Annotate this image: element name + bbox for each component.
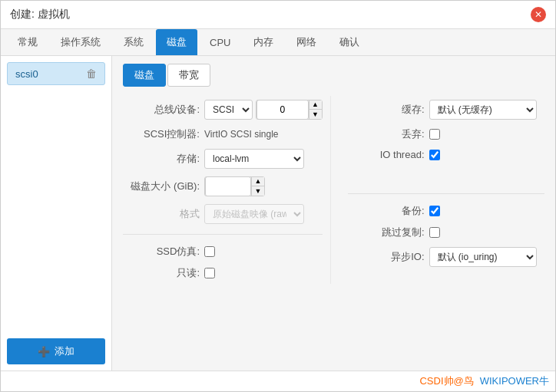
io-thread-checkbox[interactable] bbox=[429, 150, 440, 160]
scsi-ctrl-control: VirtIO SCSI single bbox=[204, 129, 323, 140]
form-container: 总线/设备: SCSI ▲ ▼ bbox=[123, 96, 544, 284]
tab-network[interactable]: 网络 bbox=[286, 29, 327, 55]
content-area: scsi0 🗑 ➕ 添加 磁盘 带宽 总线/设备: bbox=[1, 56, 555, 371]
device-input[interactable] bbox=[256, 100, 309, 120]
storage-select[interactable]: local-lvm bbox=[204, 149, 304, 169]
async-io-label: 异步IO: bbox=[348, 250, 425, 264]
io-thread-control bbox=[429, 150, 545, 160]
close-button[interactable]: ✕ bbox=[531, 7, 546, 22]
delete-scsi0-button[interactable]: 🗑 bbox=[86, 68, 97, 80]
tab-cpu[interactable]: CPU bbox=[199, 31, 241, 54]
sidebar-item-label: scsi0 bbox=[15, 68, 38, 80]
tab-memory[interactable]: 内存 bbox=[243, 29, 284, 55]
tab-bar: 常规 操作系统 系统 磁盘 CPU 内存 网络 确认 bbox=[1, 29, 555, 56]
sidebar-item-scsi0[interactable]: scsi0 🗑 bbox=[7, 62, 105, 85]
divider-right bbox=[348, 193, 545, 194]
async-io-row: 异步IO: 默认 (io_uring) bbox=[348, 243, 545, 271]
readonly-row: 只读: bbox=[123, 262, 323, 284]
disk-size-control: 32 ▲ ▼ bbox=[204, 176, 323, 196]
device-spinner-btns: ▲ ▼ bbox=[309, 100, 322, 119]
tab-disk[interactable]: 磁盘 bbox=[156, 29, 197, 55]
bus-device-row: 总线/设备: SCSI ▲ ▼ bbox=[123, 96, 323, 124]
io-thread-row: IO thread: bbox=[348, 145, 545, 164]
disk-size-row: 磁盘大小 (GiB): 32 ▲ ▼ bbox=[123, 173, 323, 200]
storage-control: local-lvm bbox=[204, 149, 323, 169]
skip-repl-control bbox=[429, 227, 545, 238]
storage-label: 存储: bbox=[123, 152, 200, 166]
disk-size-up-btn[interactable]: ▲ bbox=[252, 177, 264, 186]
main-panel: 磁盘 带宽 总线/设备: SCSI bbox=[112, 56, 555, 371]
right-column: 缓存: 默认 (无缓存) 丢弃: bbox=[337, 96, 545, 284]
footer-text2: WIKIPOWER牛 bbox=[480, 374, 549, 388]
sub-tab-bandwidth[interactable]: 带宽 bbox=[167, 64, 210, 87]
readonly-checkbox[interactable] bbox=[204, 268, 215, 278]
tab-confirm[interactable]: 确认 bbox=[329, 29, 370, 55]
skip-repl-checkbox[interactable] bbox=[429, 227, 440, 238]
ssd-label: SSD仿真: bbox=[123, 245, 200, 259]
bus-device-label: 总线/设备: bbox=[123, 103, 200, 117]
add-label: 添加 bbox=[55, 344, 74, 358]
cache-row: 缓存: 默认 (无缓存) bbox=[348, 96, 545, 124]
footer-bar: CSDI帅@鸟 WIKIPOWER牛 bbox=[1, 371, 555, 391]
cache-label: 缓存: bbox=[348, 103, 425, 117]
backup-control bbox=[429, 206, 545, 216]
skip-repl-label: 跳过复制: bbox=[348, 226, 425, 239]
main-window: 创建: 虚拟机 ✕ 常规 操作系统 系统 磁盘 CPU 内存 网络 确认 scs… bbox=[0, 0, 556, 392]
tab-os[interactable]: 操作系统 bbox=[50, 29, 111, 55]
discard-checkbox[interactable] bbox=[429, 129, 440, 140]
tab-general[interactable]: 常规 bbox=[7, 29, 48, 55]
left-column: 总线/设备: SCSI ▲ ▼ bbox=[123, 96, 331, 284]
sidebar: scsi0 🗑 ➕ 添加 bbox=[1, 56, 112, 371]
sub-tab-disk[interactable]: 磁盘 bbox=[123, 64, 166, 87]
divider-left bbox=[123, 234, 323, 235]
scsi-ctrl-value: VirtIO SCSI single bbox=[204, 129, 278, 140]
format-label: 格式 bbox=[123, 207, 200, 221]
cache-control: 默认 (无缓存) bbox=[429, 100, 545, 120]
format-select[interactable]: 原始磁盘映像 (raw) bbox=[204, 204, 304, 224]
disk-size-down-btn[interactable]: ▼ bbox=[252, 186, 264, 196]
backup-checkbox[interactable] bbox=[429, 206, 440, 216]
device-down-btn[interactable]: ▼ bbox=[309, 110, 322, 119]
device-up-btn[interactable]: ▲ bbox=[309, 100, 322, 110]
ssd-checkbox[interactable] bbox=[204, 246, 215, 257]
footer-text1: CSDI帅@鸟 bbox=[419, 374, 473, 388]
add-disk-button[interactable]: ➕ 添加 bbox=[7, 338, 105, 364]
window-title: 创建: 虚拟机 bbox=[10, 8, 70, 21]
disk-size-spinner: 32 ▲ ▼ bbox=[204, 176, 265, 196]
device-spinner: ▲ ▼ bbox=[256, 100, 323, 120]
ssd-control bbox=[204, 246, 323, 257]
scsi-ctrl-row: SCSI控制器: VirtIO SCSI single bbox=[123, 124, 323, 145]
discard-label: 丢弃: bbox=[348, 127, 425, 141]
sub-tab-bar: 磁盘 带宽 bbox=[123, 64, 544, 87]
format-control: 原始磁盘映像 (raw) bbox=[204, 204, 323, 224]
async-io-select[interactable]: 默认 (io_uring) bbox=[429, 247, 537, 267]
sidebar-spacer bbox=[7, 88, 105, 335]
discard-row: 丢弃: bbox=[348, 124, 545, 145]
skip-repl-row: 跳过复制: bbox=[348, 222, 545, 243]
scsi-ctrl-label: SCSI控制器: bbox=[123, 127, 200, 141]
bus-device-control: SCSI ▲ ▼ bbox=[204, 100, 323, 120]
title-bar: 创建: 虚拟机 ✕ bbox=[1, 1, 555, 29]
ssd-row: SSD仿真: bbox=[123, 241, 323, 262]
format-row: 格式 原始磁盘映像 (raw) bbox=[123, 200, 323, 228]
bus-select[interactable]: SCSI bbox=[204, 100, 253, 120]
disk-size-label: 磁盘大小 (GiB): bbox=[123, 180, 200, 193]
backup-row: 备份: bbox=[348, 200, 545, 222]
tab-system[interactable]: 系统 bbox=[113, 29, 154, 55]
discard-control bbox=[429, 129, 545, 140]
async-io-control: 默认 (io_uring) bbox=[429, 247, 545, 267]
cache-select[interactable]: 默认 (无缓存) bbox=[429, 100, 537, 120]
add-icon: ➕ bbox=[38, 346, 50, 357]
backup-label: 备份: bbox=[348, 204, 425, 218]
readonly-control bbox=[204, 268, 323, 278]
disk-size-input[interactable]: 32 bbox=[205, 176, 251, 196]
storage-row: 存储: local-lvm bbox=[123, 145, 323, 173]
disk-size-spinner-btns: ▲ ▼ bbox=[251, 177, 264, 196]
readonly-label: 只读: bbox=[123, 266, 200, 280]
io-thread-label: IO thread: bbox=[348, 149, 425, 160]
